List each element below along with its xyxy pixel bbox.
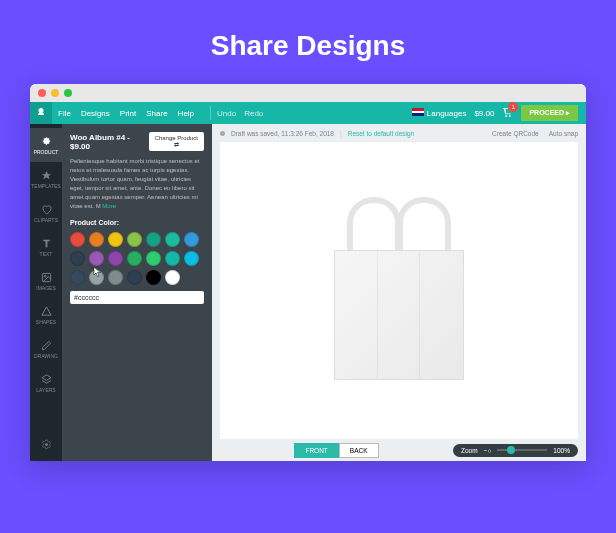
color-section-label: Product Color: — [70, 219, 204, 226]
color-swatch-11[interactable] — [146, 251, 161, 266]
color-swatch-16[interactable] — [108, 270, 123, 285]
menu-designs[interactable]: Designs — [81, 109, 110, 118]
color-swatch-6[interactable] — [184, 232, 199, 247]
tool-shapes[interactable]: SHAPES — [30, 298, 62, 332]
color-swatch-12[interactable] — [165, 251, 180, 266]
app-logo[interactable] — [30, 102, 52, 124]
svg-point-2 — [45, 443, 48, 446]
app-window: File Designs Print Share Help Undo Redo … — [30, 84, 586, 461]
zoom-out-icon[interactable]: −○ — [484, 447, 492, 454]
tool-iconbar: PRODUCT TEMPLATES CLIPARTS TEXT IMAGES S… — [30, 124, 62, 461]
color-swatch-9[interactable] — [108, 251, 123, 266]
price-display: $9.00 — [474, 109, 494, 118]
change-product-button[interactable]: Change Product ⇄ — [149, 132, 204, 151]
color-swatch-0[interactable] — [70, 232, 85, 247]
view-toggle: FRONT BACK — [294, 443, 378, 458]
color-swatch-15[interactable] — [89, 270, 104, 285]
zoom-control[interactable]: Zoom −○ 100% — [453, 444, 578, 457]
color-swatch-14[interactable] — [70, 270, 85, 285]
canvas-toolbar: Draft was saved, 11:3:26 Feb, 2018 | Res… — [212, 124, 586, 142]
menu-file[interactable]: File — [58, 109, 71, 118]
canvas-column: Draft was saved, 11:3:26 Feb, 2018 | Res… — [212, 124, 586, 461]
zoom-value: 100% — [553, 447, 570, 454]
color-swatch-5[interactable] — [165, 232, 180, 247]
create-qrcode-link[interactable]: Create QRCode — [492, 130, 539, 137]
color-swatch-1[interactable] — [89, 232, 104, 247]
tool-product[interactable]: PRODUCT — [30, 128, 62, 162]
hero-title: Share Designs — [0, 0, 616, 84]
save-status: Draft was saved, 11:3:26 Feb, 2018 — [231, 130, 334, 137]
menu-print[interactable]: Print — [120, 109, 136, 118]
color-swatch-17[interactable] — [127, 270, 142, 285]
tool-images[interactable]: IMAGES — [30, 264, 62, 298]
view-back-button[interactable]: BACK — [339, 443, 379, 458]
menu-help[interactable]: Help — [178, 109, 194, 118]
color-swatch-13[interactable] — [184, 251, 199, 266]
color-swatch-19[interactable] — [165, 270, 180, 285]
tool-layers[interactable]: LAYERS — [30, 366, 62, 400]
color-swatch-3[interactable] — [127, 232, 142, 247]
close-dot[interactable] — [38, 89, 46, 97]
product-description: Pellentesque habitant morbi tristique se… — [70, 157, 204, 211]
color-swatches — [70, 232, 204, 285]
tool-settings[interactable] — [30, 427, 62, 461]
tool-cliparts[interactable]: CLIPARTS — [30, 196, 62, 230]
canvas-footer: FRONT BACK Zoom −○ 100% — [212, 439, 586, 461]
autosnap-link[interactable]: Auto snap — [549, 130, 578, 137]
redo-button[interactable]: Redo — [244, 109, 263, 118]
language-selector[interactable]: Languages — [412, 108, 467, 118]
view-front-button[interactable]: FRONT — [294, 443, 338, 458]
svg-point-1 — [44, 275, 46, 277]
tool-text[interactable]: TEXT — [30, 230, 62, 264]
color-swatch-4[interactable] — [146, 232, 161, 247]
hex-input[interactable] — [70, 291, 204, 304]
flag-icon — [412, 108, 424, 116]
color-swatch-18[interactable] — [146, 270, 161, 285]
menu-share[interactable]: Share — [146, 109, 167, 118]
product-panel: Woo Album #4 - $9.00 Change Product ⇄ Pe… — [62, 124, 212, 461]
design-stage[interactable] — [220, 142, 578, 439]
color-swatch-10[interactable] — [127, 251, 142, 266]
menubar: File Designs Print Share Help Undo Redo … — [30, 102, 586, 124]
color-swatch-7[interactable] — [70, 251, 85, 266]
maximize-dot[interactable] — [64, 89, 72, 97]
product-mockup — [319, 193, 479, 388]
color-swatch-8[interactable] — [89, 251, 104, 266]
color-swatch-2[interactable] — [108, 232, 123, 247]
cart-badge: 1 — [508, 102, 518, 112]
status-dot-icon — [220, 131, 225, 136]
tool-drawing[interactable]: DRAWING — [30, 332, 62, 366]
zoom-label: Zoom — [461, 447, 478, 454]
product-title: Woo Album #4 - $9.00 — [70, 133, 145, 151]
zoom-slider[interactable] — [497, 449, 547, 451]
undo-button[interactable]: Undo — [217, 109, 236, 118]
minimize-dot[interactable] — [51, 89, 59, 97]
window-titlebar — [30, 84, 586, 102]
reset-link[interactable]: Reset to default design — [348, 130, 415, 137]
proceed-button[interactable]: PROCEED ▸ — [521, 105, 578, 121]
separator — [210, 106, 211, 120]
cart-button[interactable]: 1 — [502, 107, 513, 120]
more-link[interactable]: More — [102, 203, 116, 209]
tool-templates[interactable]: TEMPLATES — [30, 162, 62, 196]
